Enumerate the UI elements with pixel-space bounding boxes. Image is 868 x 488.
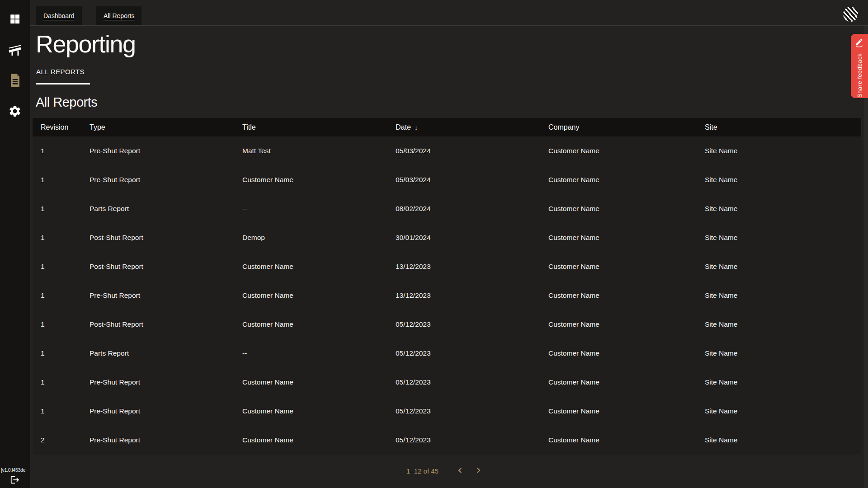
table-cell: 05/03/2024 <box>387 165 540 194</box>
table-cell: Site Name <box>697 165 861 194</box>
tab-all-reports[interactable]: All Reports <box>96 6 142 25</box>
column-header-title[interactable]: Title <box>234 118 387 136</box>
column-header-date[interactable]: Date↓ <box>387 118 540 136</box>
previous-page-button[interactable] <box>452 463 468 479</box>
column-header-type[interactable]: Type <box>81 118 234 136</box>
table-cell: Pre-Shut Report <box>81 136 234 165</box>
table-cell: 13/12/2023 <box>387 281 540 310</box>
column-header-site[interactable]: Site <box>697 118 861 136</box>
sidebar-item-settings[interactable] <box>0 104 30 119</box>
table-cell: 1 <box>33 136 81 165</box>
table-cell: -- <box>234 194 387 223</box>
table-cell: Site Name <box>697 310 861 339</box>
pagination: 1–12 of 45 <box>33 461 861 481</box>
table-cell: -- <box>234 339 387 368</box>
table-cell: Customer Name <box>540 310 697 339</box>
topbar: Dashboard All Reports <box>30 0 868 26</box>
table-cell: Site Name <box>697 194 861 223</box>
next-page-button[interactable] <box>470 463 486 479</box>
table-cell: 05/12/2023 <box>387 339 540 368</box>
table-cell: Customer Name <box>234 281 387 310</box>
table-cell: 1 <box>33 339 81 368</box>
table-cell: 13/12/2023 <box>387 252 540 281</box>
column-header-label: Date <box>396 123 411 131</box>
table-cell: Customer Name <box>234 397 387 426</box>
table-cell: Customer Name <box>540 136 697 165</box>
column-header-label: Revision <box>41 123 68 131</box>
table-cell: Customer Name <box>540 165 697 194</box>
table-cell: Pre-Shut Report <box>81 368 234 397</box>
table-cell: 1 <box>33 397 81 426</box>
table-row[interactable]: 1Post-Shut ReportCustomer Name05/12/2023… <box>33 310 861 339</box>
table-cell: 1 <box>33 194 81 223</box>
table-cell: Site Name <box>697 339 861 368</box>
column-header-company[interactable]: Company <box>540 118 697 136</box>
page-title: Reporting <box>36 30 136 58</box>
table-cell: Customer Name <box>540 281 697 310</box>
section-title: All Reports <box>36 95 97 110</box>
pagination-range-label: 1–12 of 45 <box>406 467 439 475</box>
column-header-revision[interactable]: Revision <box>33 118 81 136</box>
sidebar-item-reports[interactable] <box>0 73 30 89</box>
table-cell: 1 <box>33 310 81 339</box>
table-cell: Post-Shut Report <box>81 223 234 252</box>
table-cell: 05/03/2024 <box>387 136 540 165</box>
table-cell: Pre-Shut Report <box>81 281 234 310</box>
table-row[interactable]: 1Parts Report--08/02/2024Customer NameSi… <box>33 194 861 223</box>
table-row[interactable]: 1Parts Report--05/12/2023Customer NameSi… <box>33 339 861 368</box>
table-row[interactable]: 1Post-Shut ReportCustomer Name13/12/2023… <box>33 252 861 281</box>
table-cell: Customer Name <box>540 252 697 281</box>
column-header-label: Type <box>90 123 105 131</box>
table-row[interactable]: 1Pre-Shut ReportCustomer Name05/12/2023C… <box>33 368 861 397</box>
sidebar-nav <box>0 0 30 135</box>
table-cell: Site Name <box>697 136 861 165</box>
table-cell: Pre-Shut Report <box>81 426 234 455</box>
table-cell: Customer Name <box>234 368 387 397</box>
table-row[interactable]: 1Pre-Shut ReportMatt Test05/03/2024Custo… <box>33 136 861 165</box>
table-row[interactable]: 1Post-Shut ReportDemop30/01/2024Customer… <box>33 223 861 252</box>
table-cell: Customer Name <box>234 310 387 339</box>
table-cell: 05/12/2023 <box>387 368 540 397</box>
table-row[interactable]: 1Pre-Shut ReportCustomer Name05/03/2024C… <box>33 165 861 194</box>
app-version-label: [v1.0.f453de <box>1 467 25 473</box>
table-cell: 1 <box>33 252 81 281</box>
pencil-icon <box>855 38 864 49</box>
conveyor-icon <box>8 42 22 58</box>
table-cell: Customer Name <box>540 223 697 252</box>
table-cell: Site Name <box>697 281 861 310</box>
column-header-label: Site <box>705 123 717 131</box>
table-cell: Site Name <box>697 368 861 397</box>
table-cell: Site Name <box>697 252 861 281</box>
document-icon <box>9 74 21 89</box>
table-cell: 30/01/2024 <box>387 223 540 252</box>
table-cell: Site Name <box>697 223 861 252</box>
logout-icon <box>10 475 20 486</box>
sort-desc-icon: ↓ <box>415 123 418 131</box>
table-cell: 05/12/2023 <box>387 397 540 426</box>
table-cell: Customer Name <box>540 368 697 397</box>
tab-dashboard[interactable]: Dashboard <box>36 6 82 25</box>
sidebar: [v1.0.f453de <box>0 0 30 488</box>
subtab-all-reports[interactable]: ALL REPORTS <box>36 68 85 75</box>
table-cell: 05/12/2023 <box>387 426 540 455</box>
table-cell: 1 <box>33 223 81 252</box>
table-cell: Site Name <box>697 397 861 426</box>
table-cell: 1 <box>33 368 81 397</box>
subtab-active-indicator <box>36 83 90 84</box>
table-cell: Customer Name <box>540 194 697 223</box>
sidebar-item-lines[interactable] <box>0 42 30 58</box>
table-cell: Parts Report <box>81 194 234 223</box>
table-row[interactable]: 1Pre-Shut ReportCustomer Name05/12/2023C… <box>33 397 861 426</box>
table-cell: Pre-Shut Report <box>81 165 234 194</box>
table-row[interactable]: 1Pre-Shut ReportCustomer Name13/12/2023C… <box>33 281 861 310</box>
table-row[interactable]: 2Pre-Shut ReportCustomer Name05/12/2023C… <box>33 426 861 455</box>
table-cell: Pre-Shut Report <box>81 397 234 426</box>
column-header-label: Title <box>242 123 256 131</box>
sidebar-item-dashboard[interactable] <box>0 12 30 27</box>
table-cell: 1 <box>33 281 81 310</box>
share-feedback-button[interactable]: Share feedback <box>851 34 868 98</box>
column-header-label: Company <box>548 123 579 131</box>
logout-button[interactable] <box>0 474 30 486</box>
table-cell: Parts Report <box>81 339 234 368</box>
table-cell: Post-Shut Report <box>81 310 234 339</box>
